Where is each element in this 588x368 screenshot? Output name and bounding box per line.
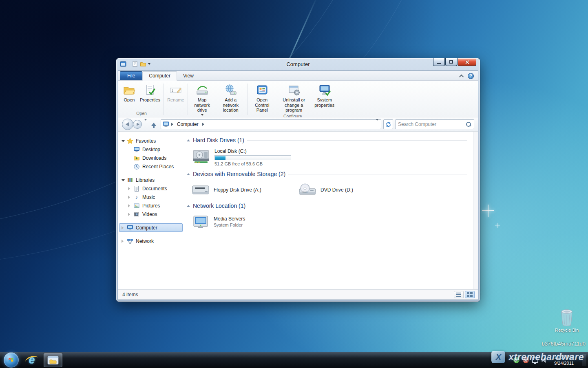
uninstall-program-icon [287,84,301,97]
ribbon-group-rename: Rename [165,82,186,117]
window-title: Computer [116,61,480,67]
add-network-location-button[interactable]: Add a network location [215,82,246,116]
drive-free-space: 51.2 GB free of 59.6 GB [214,161,291,166]
help-icon[interactable]: ? [468,73,474,79]
sidebar-item-libraries[interactable]: Libraries [119,176,183,184]
sidebar-item-desktop[interactable]: Desktop [119,145,183,154]
system-properties-button[interactable]: System properties [313,82,336,113]
drive-local-disk[interactable]: Local Disk (C:) 51.2 GB free of 59.6 GB [190,147,296,167]
sidebar-item-documents[interactable]: Documents [119,184,183,193]
section-header[interactable]: Devices with Removable Storage (2) [187,171,467,177]
explorer-window: Computer File Computer View ? [116,58,480,302]
expand-arrow-icon[interactable] [128,196,130,199]
sidebar-item-network[interactable]: Network [119,237,183,245]
start-button[interactable] [4,353,19,368]
collapse-arrow-icon[interactable] [122,140,125,142]
address-dropdown[interactable] [376,121,378,128]
ribbon: Open Properties [118,81,478,117]
section-collapse-icon[interactable] [187,205,190,207]
button-label: Map network drive [191,97,213,113]
rename-button[interactable]: Rename [165,82,186,115]
sidebar-item-favorites[interactable]: Favorites [119,137,183,145]
windows-flag-icon [7,357,15,364]
breadcrumb-chevron-icon[interactable] [202,123,204,126]
taskbar-ie-button[interactable]: e [22,353,41,367]
sidebar-item-computer[interactable]: Computer [119,223,183,232]
sidebar-item-label: Network [136,238,154,244]
chevron-down-icon [144,119,147,128]
sidebar-item-label: Recent Places [142,164,174,170]
expand-arrow-icon[interactable] [122,240,124,243]
tab-file[interactable]: File [120,71,142,80]
uninstall-program-button[interactable]: Uninstall or change a program [275,82,313,113]
media-servers-item[interactable]: Media Servers System Folder [190,213,294,231]
up-button[interactable] [149,119,159,129]
back-button[interactable] [122,119,133,130]
recycle-bin-label: Recycle Bin [553,328,581,333]
title-bar[interactable]: Computer [116,58,480,71]
section-collapse-icon[interactable] [187,139,190,141]
open-control-panel-button[interactable]: Open Control Panel [249,82,275,113]
sidebar-item-label: Favorites [136,138,156,144]
section-header[interactable]: Network Location (1) [187,203,467,209]
drive-dvd[interactable]: DVD DVD Drive (D:) [297,181,400,199]
section-divider [248,206,467,206]
recycle-bin-icon [559,308,575,327]
section-collapse-icon[interactable] [187,173,190,175]
minimize-ribbon-icon[interactable] [459,74,464,79]
refresh-button[interactable] [383,119,393,129]
floppy-drive-icon [191,182,210,198]
sidebar-item-pictures[interactable]: Pictures [119,201,183,210]
open-button[interactable]: Open [121,82,138,110]
button-label: Rename [167,97,184,103]
chevron-down-icon [376,119,378,128]
ribbon-tab-strip: File Computer View ? [118,71,478,81]
search-box [395,119,474,129]
status-bar: 4 items [118,289,478,300]
details-view-button[interactable] [454,291,464,298]
forward-button[interactable] [133,120,142,129]
expand-arrow-icon[interactable] [128,204,130,207]
explorer-window-icon [47,355,59,365]
expand-arrow-icon[interactable] [128,213,130,216]
sidebar-item-downloads[interactable]: Downloads [119,154,183,162]
sidebar-item-music[interactable]: ♪ Music [119,193,183,201]
vertical-scrollbar[interactable] [473,132,478,289]
taskbar-explorer-button[interactable] [44,353,62,367]
map-network-drive-button[interactable]: Map network drive [189,82,215,116]
ribbon-group-label [165,115,186,117]
sidebar-item-recent-places[interactable]: Recent Places [119,162,183,171]
maximize-button[interactable] [445,58,457,66]
collapse-arrow-icon[interactable] [122,179,125,181]
back-arrow-icon [126,122,129,126]
search-icon[interactable] [466,121,471,127]
ribbon-group-label: Open [121,110,162,117]
button-label: Open [124,97,135,103]
properties-button[interactable]: Properties [138,82,162,110]
recycle-bin-desktop-icon[interactable]: Recycle Bin [553,308,581,333]
item-name: Media Servers [214,216,245,222]
drive-floppy[interactable]: Floppy Disk Drive (A:) [190,181,294,199]
internet-explorer-icon: e [26,354,38,366]
up-arrow-icon [151,123,156,126]
ribbon-separator [164,84,164,115]
expand-arrow-icon[interactable] [122,226,124,229]
search-input[interactable] [398,121,464,127]
tab-view[interactable]: View [177,72,200,80]
close-icon [465,60,469,64]
recent-pages-dropdown[interactable] [144,121,147,128]
sidebar-item-label: Libraries [136,177,155,183]
sidebar-item-label: Videos [142,212,157,217]
close-button[interactable] [458,58,476,66]
sidebar-item-videos[interactable]: Videos [119,210,183,218]
breadcrumb-chevron-icon[interactable] [171,123,173,126]
navigation-pane: Favorites Desktop Downloads [118,132,183,289]
address-bar[interactable]: Computer [161,119,381,129]
thumbnails-view-button[interactable] [465,291,475,298]
expand-arrow-icon[interactable] [128,187,130,190]
breadcrumb-computer[interactable]: Computer [175,121,200,128]
minimize-button[interactable] [433,58,445,66]
tab-computer[interactable]: Computer [142,71,177,81]
main-area: Favorites Desktop Downloads [118,132,478,289]
section-header[interactable]: Hard Disk Drives (1) [187,137,467,143]
